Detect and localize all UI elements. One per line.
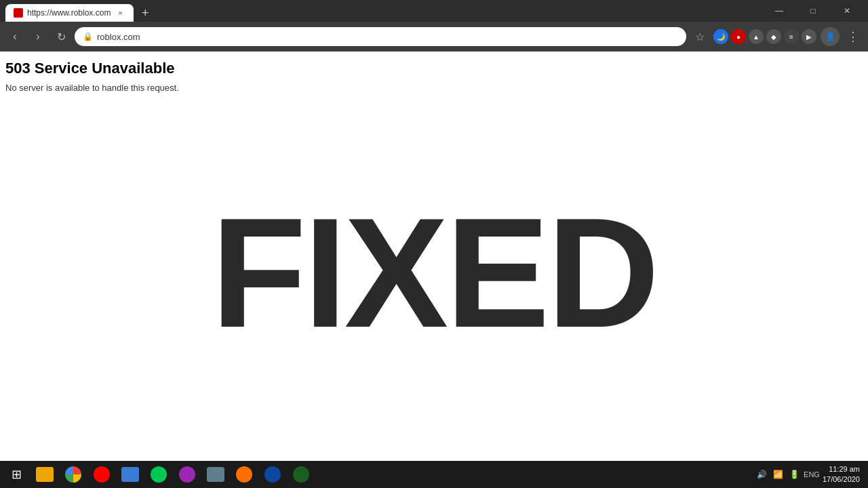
youtube-icon — [94, 466, 110, 483]
ext-icon-3[interactable]: ▲ — [749, 29, 764, 44]
profile-icon[interactable]: 👤 — [821, 27, 840, 46]
forward-button[interactable]: › — [28, 27, 47, 46]
error-title: 503 Service Unavailable — [5, 60, 863, 77]
menu-button[interactable]: ⋮ — [844, 27, 863, 46]
close-button[interactable]: ✕ — [831, 0, 863, 22]
taskbar-app7[interactable] — [202, 461, 229, 488]
taskbar-chrome[interactable] — [60, 461, 87, 488]
app6-icon — [179, 466, 195, 483]
app10-icon — [293, 466, 309, 483]
title-bar: https://www.roblox.com × + — □ ✕ — [0, 0, 868, 22]
taskbar-app5[interactable] — [145, 461, 172, 488]
window-controls: — □ ✕ — [764, 0, 863, 22]
error-subtitle: No server is available to handle this re… — [5, 83, 863, 93]
system-tray: 🔊 📶 🔋 ENG 11:29 am 17/06/2020 — [755, 464, 865, 485]
url-bar[interactable]: 🔒 roblox.com — [75, 27, 686, 46]
tab-strip: https://www.roblox.com × + — [5, 0, 758, 22]
tray-time-text: 11:29 am — [823, 464, 860, 474]
ext-icon-2[interactable]: ● — [731, 29, 746, 44]
refresh-button[interactable]: ↻ — [52, 27, 71, 46]
start-button[interactable]: ⊞ — [3, 461, 30, 488]
app7-icon — [207, 467, 224, 482]
ext-icon-5[interactable]: ≡ — [784, 29, 799, 44]
extension-icons: 🌙 ● ▲ ◆ ≡ ▶ — [713, 29, 816, 44]
ext-icon-4[interactable]: ◆ — [766, 29, 781, 44]
tray-icon-3[interactable]: 🔋 — [787, 468, 801, 481]
url-text: roblox.com — [97, 32, 140, 42]
tab-close-button[interactable]: × — [115, 7, 125, 18]
ext-icon-1[interactable]: 🌙 — [713, 29, 728, 44]
app8-icon — [236, 466, 252, 483]
browser-tab[interactable]: https://www.roblox.com × — [5, 4, 134, 22]
tray-icon-1[interactable]: 🔊 — [755, 468, 768, 481]
taskbar-app6[interactable] — [174, 461, 201, 488]
tray-date-text: 17/06/2020 — [823, 474, 860, 485]
tray-lang: ENG — [804, 470, 820, 479]
taskbar-file-explorer[interactable] — [31, 461, 58, 488]
tab-title: https://www.roblox.com — [27, 8, 111, 18]
taskbar-app10[interactable] — [288, 461, 315, 488]
maximize-button[interactable]: □ — [797, 0, 829, 22]
taskbar-app8[interactable] — [231, 461, 258, 488]
fixed-text-container: FIXED — [5, 93, 863, 453]
app4-icon — [121, 467, 139, 482]
taskbar-app9[interactable] — [259, 461, 286, 488]
back-button[interactable]: ‹ — [5, 27, 24, 46]
taskbar-youtube[interactable] — [88, 461, 115, 488]
browser-window: https://www.roblox.com × + — □ ✕ ‹ › ↻ 🔒… — [0, 0, 868, 488]
app9-icon — [264, 466, 281, 483]
tray-clock[interactable]: 11:29 am 17/06/2020 — [823, 464, 860, 485]
minimize-button[interactable]: — — [764, 0, 795, 22]
taskbar-app4[interactable] — [117, 461, 144, 488]
tab-favicon — [14, 8, 23, 18]
lock-icon: 🔒 — [83, 32, 93, 41]
bookmark-star-icon[interactable]: ☆ — [690, 27, 709, 46]
page-content: 503 Service Unavailable No server is ava… — [0, 52, 868, 461]
ext-icon-6[interactable]: ▶ — [802, 29, 816, 44]
tray-icon-2[interactable]: 📶 — [771, 468, 785, 481]
address-bar: ‹ › ↻ 🔒 roblox.com ☆ 🌙 ● ▲ ◆ ≡ ▶ 👤 ⋮ — [0, 22, 868, 52]
app5-icon — [151, 466, 167, 483]
fixed-big-text: FIXED — [211, 195, 656, 351]
chrome-icon — [65, 466, 81, 483]
file-explorer-icon — [36, 467, 54, 482]
taskbar: ⊞ 🔊 — [0, 461, 868, 488]
new-tab-button[interactable]: + — [136, 4, 154, 22]
